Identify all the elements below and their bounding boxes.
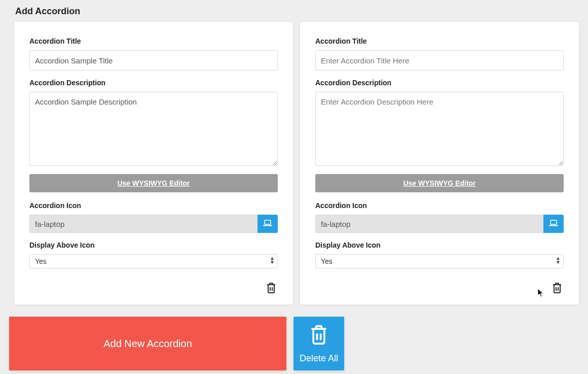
svg-rect-3 [549,225,558,226]
display-above-label: Display Above Icon [29,241,278,249]
title-input[interactable] [29,50,278,71]
page-title: Add Accordion [0,0,588,22]
description-textarea[interactable]: Accordion Sample Description [29,92,278,166]
trash-icon [552,288,563,295]
trash-icon [309,323,329,348]
description-label: Accordion Description [29,79,278,87]
delete-card-button[interactable] [550,281,564,296]
icon-picker-button[interactable] [258,215,278,233]
description-label: Accordion Description [315,79,564,87]
icon-input[interactable] [29,215,258,233]
delete-card-button[interactable] [265,281,278,296]
laptop-icon [263,220,272,228]
svg-rect-1 [263,225,272,226]
display-above-label: Display Above Icon [315,241,564,249]
wysiwyg-button[interactable]: Use WYSIWYG Editor [315,174,564,192]
title-input[interactable] [315,50,564,71]
title-label: Accordion Title [315,37,564,45]
icon-input[interactable] [315,215,543,233]
action-row: Add New Accordion Delete All [0,304,588,370]
icon-label: Accordion Icon [29,201,278,210]
description-textarea[interactable] [315,92,564,166]
accordion-card: Accordion Title Accordion Description Ac… [14,22,293,304]
delete-all-button[interactable]: Delete All [293,317,344,370]
icon-label: Accordion Icon [315,201,564,210]
title-label: Accordion Title [29,37,278,45]
display-above-select[interactable]: Yes [315,254,564,268]
display-above-select[interactable]: Yes [29,254,278,268]
wysiwyg-button[interactable]: Use WYSIWYG Editor [29,174,278,192]
accordion-cards-row: Accordion Title Accordion Description Ac… [0,22,588,304]
accordion-card: Accordion Title Accordion Description Us… [300,22,579,304]
svg-rect-0 [265,220,271,224]
trash-icon [266,288,277,295]
delete-all-label: Delete All [300,353,338,364]
svg-rect-2 [550,220,557,224]
laptop-icon [549,220,558,228]
icon-picker-button[interactable] [543,215,564,233]
add-new-accordion-button[interactable]: Add New Accordion [9,317,286,370]
